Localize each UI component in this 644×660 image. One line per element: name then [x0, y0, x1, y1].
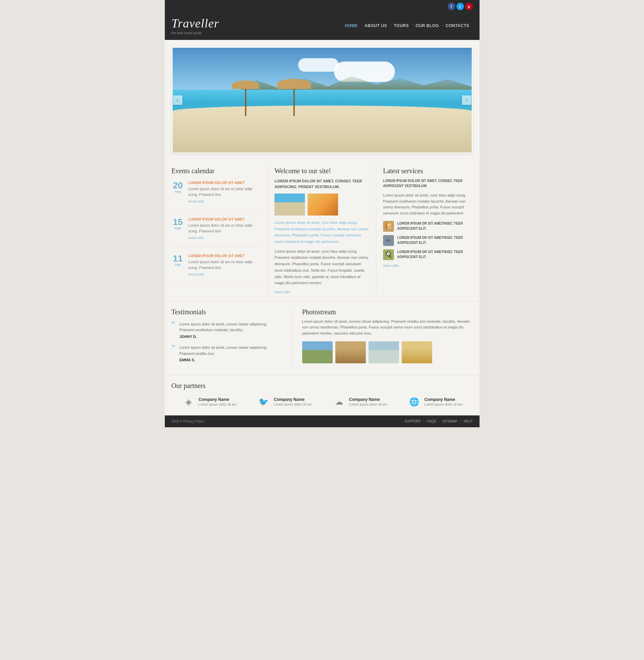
event-item-3: 11 may LOREM IPSUM DOLOR SIT AMET Lorem …: [172, 254, 261, 284]
testimonial-text-2: Lorem ipsum dolor sit amet, consec tetue…: [179, 345, 282, 357]
services-more-info[interactable]: more info: [383, 264, 473, 268]
slider-prev-button[interactable]: ‹: [173, 95, 182, 105]
nav-item-tours[interactable]: TOURS: [391, 23, 412, 28]
welcome-image-vacation: [308, 194, 338, 215]
welcome-text-body: Lorem ipsum dolor sit amet, conc tetur a…: [274, 248, 369, 286]
cloud2: [334, 62, 395, 82]
footer-copyright: 2015 © Privacy Policy: [172, 419, 204, 423]
partner-name-2: Company Name: [274, 397, 312, 402]
service-text-1: LOREM IPSUM DR SIT AMETNSEC TEER ADIPISC…: [397, 221, 473, 231]
testimonial-author-1: JOHNY D.: [179, 335, 282, 339]
welcome-subtitle: LOREM IPSUM DOLOR SIT AMET, CONSEC TEER …: [274, 178, 369, 189]
service-icon-2: ✈: [383, 235, 394, 246]
event-item-1: 20 may LOREM IPSUM DOLOR SIT AMET Lorem …: [172, 181, 261, 211]
event-title-1: LOREM IPSUM DOLOR SIT AMET: [188, 181, 261, 185]
partner-item-3: ☁ Company Name Lorem ipsum dolor sit am: [332, 395, 387, 409]
testimonial-body-1: Lorem ipsum dolor sit amet, consec tetue…: [179, 321, 282, 339]
photo-colosseum[interactable]: [335, 341, 366, 363]
footer-link-sitemap[interactable]: SITEMAP: [443, 419, 458, 423]
service-text-2: LOREM IPSUM DR SIT AMETNSEC TEER ADIPISC…: [397, 235, 473, 245]
testimonial-author-2: EMMA S.: [179, 358, 282, 362]
second-row: Testimonials " Lorem ipsum dolor sit ame…: [165, 301, 480, 375]
event-item-2: 15 may LOREM IPSUM DOLOR SIT AMET Lorem …: [172, 218, 261, 247]
partner-item-4: 🌐 Company Name Lorem ipsum dolor sit am: [407, 395, 462, 409]
nav-item-blog[interactable]: OUR BLOG: [412, 23, 442, 28]
footer-link-help[interactable]: HELP: [464, 419, 472, 423]
partner-name-1: Company Name: [199, 397, 237, 402]
footer-link-faqs[interactable]: FAQS: [427, 419, 436, 423]
event-more-info-1[interactable]: more info: [188, 199, 204, 203]
site-title: Traveller: [172, 16, 219, 30]
beach-sand: [173, 106, 472, 153]
partner-item-1: ◈ Company Name Lorem ipsum dolor sit am: [182, 395, 237, 409]
quote-icon-2: ": [172, 343, 175, 362]
event-date-num-1: 20: [172, 181, 184, 190]
partner-info-2: Company Name Lorem ipsum dolor sit am: [274, 397, 312, 407]
photo-eiffel[interactable]: [302, 341, 333, 363]
partner-logo-4: 🌐: [407, 395, 421, 409]
umbrella-top-1: [232, 81, 259, 89]
events-title: Events calendar: [172, 167, 261, 175]
testimonial-body-2: Lorem ipsum dolor sit amet, consec tetue…: [179, 345, 282, 362]
site-subtitle: the best travel guide: [172, 31, 219, 35]
umbrella-top-2: [277, 79, 311, 89]
footer-dot-3: •: [460, 420, 461, 423]
testimonials-column: Testimonials " Lorem ipsum dolor sit ame…: [172, 308, 292, 368]
event-more-info-2[interactable]: more info: [188, 236, 204, 240]
services-desc: Lorem ipsum dolor sit amet, conc tetur a…: [383, 192, 473, 216]
event-date-num-2: 15: [172, 218, 184, 226]
umbrella-1: [232, 81, 259, 116]
partner-desc-2: Lorem ipsum dolor sit am: [274, 402, 312, 407]
testimonial-text-1: Lorem ipsum dolor sit amet, consec tetue…: [179, 321, 282, 333]
footer-link-support[interactable]: SUPPORT: [404, 419, 421, 423]
umbrella-2: [277, 79, 311, 116]
slider-image: [173, 48, 472, 153]
welcome-title: Welcome to our site!: [274, 167, 369, 175]
partner-info-1: Company Name Lorem ipsum dolor sit am: [199, 397, 237, 407]
event-content-3: LOREM IPSUM DOLOR SIT AMET Lorem ipsum d…: [188, 254, 261, 277]
welcome-more-info[interactable]: more info: [274, 290, 290, 294]
logo[interactable]: Traveller the best travel guide: [172, 16, 219, 35]
services-column: Latest services LOREM IPSUM DOLOR SIT AM…: [376, 167, 473, 294]
testimonial-item-2: " Lorem ipsum dolor sit amet, consec tet…: [172, 345, 282, 362]
event-title-3: LOREM IPSUM DOLOR SIT AMET: [188, 254, 261, 258]
event-desc-3: Lorem ipsum dolor sit am nc tetur adipi …: [188, 259, 261, 270]
footer-dot-2: •: [439, 420, 440, 423]
service-icon-1: 📔: [383, 221, 394, 232]
event-date-1: 20 may: [172, 181, 184, 204]
main-content: Events calendar 20 may LOREM IPSUM DOLOR…: [165, 160, 480, 301]
footer-dot-1: •: [423, 420, 424, 423]
nav-item-contacts[interactable]: CONTACTS: [442, 23, 473, 28]
slider-section: ‹: [165, 40, 480, 160]
partner-logo-1: ◈: [182, 395, 195, 409]
cloud1: [298, 58, 339, 72]
slider-next-button[interactable]: ›: [462, 95, 471, 105]
event-more-info-3[interactable]: more info: [188, 272, 204, 276]
service-item-3: 🍳 LOREM IPSUM DR SIT AMETNSEC TEER ADIPI…: [383, 249, 473, 260]
photo-water[interactable]: [369, 341, 399, 363]
photostream-grid: [302, 341, 473, 363]
umbrella-pole-2: [293, 89, 295, 116]
events-column: Events calendar 20 may LOREM IPSUM DOLOR…: [172, 167, 268, 294]
pinterest-icon[interactable]: p: [465, 3, 473, 10]
quote-icon-1: ": [172, 320, 175, 339]
photostream-desc: Lorem ipsum dolor sit amet, consec tetue…: [302, 319, 473, 337]
nav-item-home[interactable]: HOME: [341, 23, 361, 28]
photo-columns[interactable]: [402, 341, 432, 363]
service-item-2: ✈ LOREM IPSUM DR SIT AMETNSEC TEER ADIPI…: [383, 235, 473, 246]
twitter-icon[interactable]: t: [457, 3, 464, 10]
main-nav: HOME ABOUT US TOURS OUR BLOG CONTACTS: [341, 23, 472, 28]
header-main: Traveller the best travel guide HOME ABO…: [172, 13, 473, 40]
welcome-image-beach: [274, 194, 305, 215]
welcome-images: [274, 194, 369, 215]
services-intro: LOREM IPSUM DOLOR SIT AMET, CONSEC TEER …: [383, 178, 473, 188]
facebook-icon[interactable]: f: [448, 3, 455, 10]
event-content-1: LOREM IPSUM DOLOR SIT AMET Lorem ipsum d…: [188, 181, 261, 204]
event-title-2: LOREM IPSUM DOLOR SIT AMET: [188, 218, 261, 221]
partner-name-4: Company Name: [424, 397, 462, 402]
partner-info-4: Company Name Lorem ipsum dolor sit am: [424, 397, 462, 407]
slider-outer: ‹: [172, 47, 473, 154]
service-text-3: LOREM IPSUM DR SIT AMETNSEC TEER ADIPISC…: [397, 249, 473, 259]
nav-item-about[interactable]: ABOUT US: [361, 23, 391, 28]
services-title: Latest services: [383, 167, 473, 175]
